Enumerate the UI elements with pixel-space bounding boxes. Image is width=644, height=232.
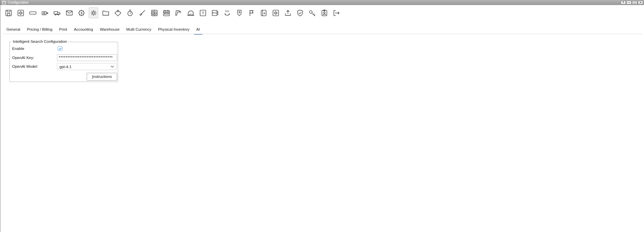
tab-ai[interactable]: AI	[193, 25, 203, 35]
check-icon	[58, 47, 62, 51]
label-field-icon	[29, 9, 37, 17]
export-button[interactable]	[283, 7, 292, 18]
address-book-icon: a	[259, 9, 268, 17]
arch-button[interactable]	[186, 7, 195, 18]
calculator-button[interactable]	[149, 7, 159, 18]
pricing-gear-icon: $	[77, 9, 86, 17]
id-badge-button[interactable]	[319, 7, 329, 18]
openai-model-label: OpenAI Model:	[12, 64, 38, 68]
chevron-down-icon	[111, 65, 114, 68]
svg-text:a: a	[263, 11, 265, 14]
pricing-gear-button[interactable]: $	[77, 7, 86, 18]
instructions-button[interactable]: Instructions	[87, 73, 117, 81]
po-transfer-icon: PO	[223, 9, 231, 17]
item-settings-icon	[17, 9, 25, 17]
open-folder-icon	[102, 9, 110, 17]
shield-check-button[interactable]	[295, 7, 305, 18]
configuration-gear-button[interactable]	[89, 7, 98, 18]
help-button[interactable]: ?	[198, 7, 207, 18]
item-settings-button[interactable]	[16, 7, 25, 18]
key-button[interactable]	[307, 7, 317, 18]
tab-separator	[3, 34, 642, 34]
title-bar: Configuration ↑−□×	[0, 0, 644, 5]
openai-model-select[interactable]: gpt-4.1	[57, 63, 116, 70]
intelligent-search-groupbox: Intelligent Search Configuration Enable …	[9, 42, 118, 82]
tab-accounting[interactable]: Accounting	[71, 25, 96, 35]
tag-button[interactable]	[113, 7, 122, 18]
barcode-scanner-button[interactable]	[174, 7, 183, 18]
dollar-tag-icon: $	[235, 9, 244, 17]
tag-icon	[114, 9, 122, 17]
svg-text:?: ?	[202, 11, 204, 15]
groupbox-legend: Intelligent Search Configuration	[11, 39, 68, 44]
tab-multi-currency[interactable]: Multi Currency	[123, 25, 155, 35]
payment-icon	[41, 9, 49, 17]
tab-pricing-billing[interactable]: Pricing / Billing	[24, 25, 56, 35]
window-title: Configuration	[8, 1, 29, 4]
stopwatch-button[interactable]	[125, 7, 135, 18]
calendar-icon	[162, 9, 171, 17]
brush-button[interactable]	[137, 7, 147, 18]
close-button[interactable]: ×	[638, 1, 643, 4]
export-icon	[284, 9, 292, 17]
po-document-icon: PO	[211, 9, 219, 17]
payment-button[interactable]	[40, 7, 50, 18]
enable-label: Enable	[12, 47, 24, 51]
brush-icon	[138, 9, 146, 17]
key-icon	[308, 9, 316, 17]
arch-icon	[187, 9, 195, 17]
email-icon	[65, 9, 74, 17]
tab-physical-inventory[interactable]: Physical Inventory	[155, 25, 193, 35]
toolbar: $?POPO$a	[4, 7, 341, 18]
open-folder-button[interactable]	[101, 7, 110, 18]
shipping-truck-button[interactable]	[52, 7, 62, 18]
gear-panel-button[interactable]	[271, 7, 280, 18]
gear-panel-icon	[272, 9, 280, 17]
help-icon: ?	[199, 9, 207, 17]
minimize-button[interactable]: −	[626, 1, 632, 4]
logout-icon	[332, 9, 341, 17]
openai-key-label: OpenAI Key:	[12, 56, 34, 60]
window-controls: ↑−□×	[621, 1, 643, 4]
po-document-button[interactable]: PO	[210, 7, 220, 18]
tab-print[interactable]: Print	[56, 25, 71, 35]
app-icon	[2, 1, 6, 5]
maximize-button[interactable]: □	[632, 1, 637, 4]
tab-bar: GeneralPricing / BillingPrintAccountingW…	[3, 25, 203, 35]
flag-button[interactable]	[247, 7, 256, 18]
shield-check-icon	[296, 9, 304, 17]
address-book-button[interactable]: a	[259, 7, 268, 18]
label-field-button[interactable]	[28, 7, 37, 18]
dollar-tag-button[interactable]: $	[234, 7, 244, 18]
stopwatch-icon	[126, 9, 134, 17]
shipping-truck-icon	[53, 9, 61, 17]
calendar-button[interactable]	[162, 7, 171, 18]
svg-text:PO: PO	[213, 11, 216, 14]
openai-model-value: gpt-4.1	[59, 65, 72, 69]
rollup-button[interactable]: ↑	[621, 1, 626, 4]
calculator-icon	[150, 9, 159, 17]
po-transfer-button[interactable]: PO	[222, 7, 232, 18]
save-button[interactable]	[4, 7, 13, 18]
save-icon	[4, 9, 13, 17]
id-badge-icon	[320, 9, 329, 17]
configuration-window: Configuration ↑−□× $?POPO$a GeneralPrici…	[0, 0, 644, 232]
tab-warehouse[interactable]: Warehouse	[96, 25, 123, 35]
svg-text:$: $	[238, 10, 240, 14]
enable-checkbox[interactable]	[58, 46, 62, 51]
email-button[interactable]	[64, 7, 74, 18]
svg-text:$: $	[80, 11, 82, 15]
logout-button[interactable]	[332, 7, 341, 18]
svg-text:PO: PO	[225, 10, 229, 13]
flag-icon	[247, 9, 256, 17]
barcode-scanner-icon	[174, 9, 183, 17]
tab-general[interactable]: General	[3, 25, 24, 35]
openai-key-input[interactable]	[57, 54, 117, 61]
configuration-gear-icon	[89, 9, 98, 17]
